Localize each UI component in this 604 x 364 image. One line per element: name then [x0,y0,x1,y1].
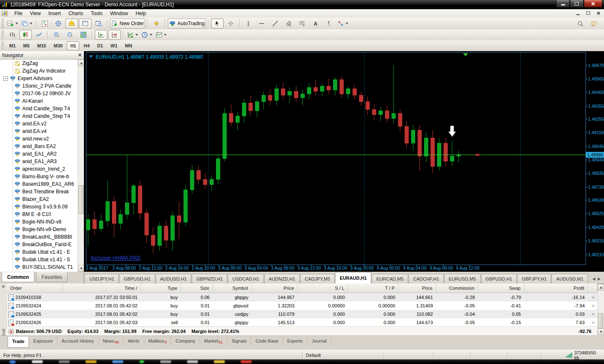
navigator-item-anid-new-v2[interactable]: anid.new.v2 [0,135,78,143]
market-watch-button[interactable] [39,18,51,29]
drag-handle[interactable] [2,19,4,28]
navigator-item-anid-ea-v2[interactable]: anid.EA.v2 [0,120,78,127]
timeframe-mn-button[interactable]: MN [122,41,135,50]
mdi-restore-button[interactable] [585,10,591,16]
data-window-button[interactable] [52,18,65,29]
navigator-item-breakoutbox-farid-e[interactable]: BreakOutBox_Farid-E [0,241,78,248]
column-header-profit[interactable]: Profit [524,283,588,293]
fibonacci-button[interactable]: F [296,18,308,29]
strategy-tester-button[interactable] [92,18,105,29]
timeframe-m1-button[interactable]: M1 [6,41,19,50]
chart-tab-gbpusd-h1[interactable]: GBPUSD,H1 [481,274,517,283]
menu-charts[interactable]: Charts [65,10,87,17]
taskbar-item[interactable] [241,360,252,363]
drag-handle[interactable] [2,42,4,50]
navigator-item-budak-ubat-v1-41-e[interactable]: Budak Ubat v1.41 - E [0,248,78,256]
timeframe-h1-button[interactable]: H1 [67,41,79,50]
taskbar-item[interactable] [32,360,43,363]
collapse-expander[interactable] [3,76,8,81]
periods-button[interactable] [140,30,154,40]
bar-chart-button[interactable] [6,30,18,40]
navigator-item-anid-ea1-ar3[interactable]: anid_EA1_AR3 [0,158,78,165]
navigator-item-blessing-3-v3-9-6-09[interactable]: Blessing 3 v3.9.6.09 [0,203,78,211]
terminal-tab-account-history[interactable]: Account History [57,337,99,346]
terminal-tab-code-base[interactable]: Code Base [251,337,283,346]
taskbar-item[interactable] [214,360,225,363]
navigator-item-anid-candle-step-t4[interactable]: Anid Candle_Step T4 [0,112,78,120]
terminal-tab-experts[interactable]: Experts [283,337,307,346]
menu-window[interactable]: Window [107,10,132,17]
terminal-tab-trade[interactable]: Trade [8,337,29,348]
terminal-tab-market[interactable]: Market51 [200,337,228,346]
indicators-button[interactable] [126,30,139,40]
chart-tab-euraud-h1[interactable]: EURAUD,H1 [335,272,371,283]
navigator-item-al-kanari[interactable]: Al-Kanari [0,97,78,105]
navigator-button[interactable] [65,18,78,29]
auto-scroll-button[interactable] [95,30,107,40]
feedback-button[interactable] [588,19,600,29]
column-header-order[interactable]: Order [7,283,63,293]
navigator-item-bogie-nn-v8-demo[interactable]: Bogie-NN-v8-Demo [0,226,78,233]
navigator-item-budak-ubat-v1-41-s[interactable]: Budak Ubat v1.41 - S [0,256,78,263]
metaeditor-button[interactable] [150,18,163,29]
taskbar-item[interactable] [86,360,96,363]
navigator-item-bams-bung-v-one-b[interactable]: Bams-Bung V- one-b [0,173,78,180]
chart-tab-audnzd-h1[interactable]: AUDNZD,H1 [264,274,300,283]
navigator-item-blazer-ea2[interactable]: Blazer_EA2 [0,195,78,203]
taskbar-item[interactable] [187,360,198,363]
horizontal-line-button[interactable] [255,18,268,29]
timeframe-d1-button[interactable]: D1 [94,41,107,50]
vertical-line-button[interactable] [242,18,255,29]
menu-help[interactable]: Help [132,10,150,17]
terminal-tab-mailbox[interactable]: Mailbox9 [144,337,172,346]
column-header-swap[interactable]: Swap [478,283,524,293]
close-order-button[interactable]: ✕ [588,312,597,317]
dropdown-arrow-icon[interactable] [135,34,138,36]
close-order-button[interactable]: ✕ [588,304,597,308]
menu-insert[interactable]: Insert [44,10,65,17]
terminal-tab-news[interactable]: News99 [99,337,124,346]
equidistant-channel-button[interactable]: E [282,18,295,29]
order-row-2109532425[interactable]: 21095324252017.08.01 05:42:02buy0.01usdj… [7,310,597,318]
terminal-tab-journal[interactable]: Journal [307,337,331,346]
scrollbar-thumb[interactable] [598,313,603,328]
mdi-close-button[interactable] [595,10,601,16]
dropdown-arrow-icon[interactable] [16,23,18,24]
drag-handle[interactable] [2,31,4,39]
chart-tab-usdjpy-h1[interactable]: USDJPY,H1 [85,274,119,283]
dropdown-arrow-icon[interactable] [150,34,152,36]
line-chart-button[interactable] [33,30,45,40]
column-header-price[interactable]: Price [252,283,298,293]
chart-tab-gbpnzd-h1[interactable]: GBPNZD,H1 [192,274,227,283]
dropdown-arrow-icon[interactable] [164,34,167,36]
terminal-tab-alerts[interactable]: Alerts [123,337,144,346]
navigator-scrollbar[interactable] [78,60,84,272]
chart-canvas[interactable]: 1.496701.495651.494601.493551.492551.491… [84,51,604,272]
navigator-item-aprecision-trend-2[interactable]: aprecision_trend_2 [0,165,78,173]
navigator-item-zigzag-av-indicator[interactable]: fZigZag Av Indicator [0,67,78,75]
order-row-2109532426[interactable]: 21095324262017.08.01 05:42:03sell0.01gbp… [7,318,597,327]
new-order-button[interactable]: New Order [110,18,145,29]
column-header-commission[interactable]: Commission [436,283,478,293]
windows-taskbar[interactable] [0,359,604,364]
new-chart-button[interactable] [6,18,19,29]
timeframe-m30-button[interactable]: M30 [50,41,66,50]
column-header-type[interactable]: Type [141,283,181,293]
chart-tab-cadchf-h1[interactable]: CADCHF,H1 [409,274,444,283]
text-button[interactable]: A [309,18,322,29]
chart-tab-eurusd-m5[interactable]: EURUSD,M5 [444,274,481,283]
candlestick-chart-button[interactable] [19,30,32,40]
chart-tab-gbpusd-h1[interactable]: GBPUSD,H1 [119,274,155,283]
navigator-item-anid-bars-ea2[interactable]: anid_Bars EA2 [0,143,78,150]
templates-button[interactable] [154,30,168,40]
timeframe-w1-button[interactable]: W1 [107,41,121,50]
navigator-item-buy-sell-signal-t1[interactable]: BUY-SELL.SIGNAL T1 [0,263,78,271]
profiles-button[interactable] [20,18,34,29]
terminal-tab-signals[interactable]: Signals [227,337,251,346]
menu-view[interactable]: View [26,10,44,17]
timeframe-h4-button[interactable]: H4 [80,41,93,50]
navigator-item-bogie-nn-ind-v8[interactable]: Bogie-NN-IND-v8 [0,218,78,226]
scroll-up-button[interactable] [598,284,604,291]
crosshair-tool-button[interactable] [224,18,237,29]
tile-windows-button[interactable] [77,30,90,40]
